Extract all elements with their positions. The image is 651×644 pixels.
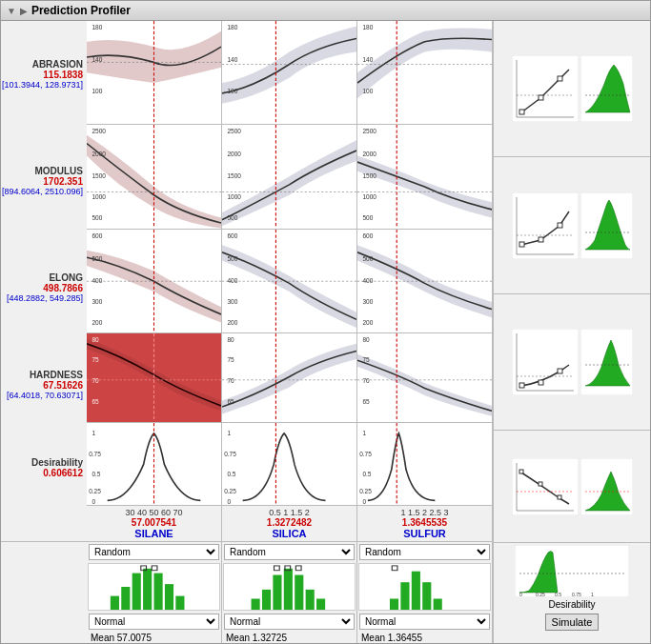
chart-elong-silane[interactable]: 600 500 400 300 200 — [87, 230, 222, 332]
svg-text:0.25: 0.25 — [536, 592, 545, 597]
svg-text:1: 1 — [92, 430, 95, 436]
right-elong-density — [580, 329, 633, 395]
svg-text:1500: 1500 — [227, 173, 241, 180]
right-elong — [494, 294, 650, 431]
chart-abrasion-silane[interactable]: 180 140 100 — [87, 21, 222, 124]
svg-text:2500: 2500 — [362, 128, 376, 134]
svg-rect-98 — [154, 574, 163, 610]
svg-text:0.25: 0.25 — [359, 487, 372, 493]
svg-rect-95 — [121, 587, 130, 610]
profiler-content: ABRASION 115.1838 [101.3944, 128.9731] M… — [1, 21, 650, 643]
x-axis-sulfur: 1 1.5 2 2.5 3 1.3645535 SULFUR — [357, 506, 493, 541]
chart-row-hardness: 80 75 70 65 — [87, 333, 493, 422]
dist-params-silica: Mean 1.32725 SD 0.4 — [222, 632, 356, 643]
svg-text:500: 500 — [227, 254, 237, 261]
svg-text:0: 0 — [519, 592, 522, 597]
dist-type-silane-select[interactable]: Random — [89, 544, 219, 560]
svg-text:180: 180 — [227, 24, 237, 30]
chart-elong-sulfur[interactable]: 600 500 400 300 200 — [357, 230, 493, 332]
right-abrasion — [494, 21, 650, 157]
svg-rect-125 — [558, 76, 562, 81]
window-title: Prediction Profiler — [31, 4, 131, 17]
svg-text:75: 75 — [362, 357, 370, 364]
svg-text:0.5: 0.5 — [227, 471, 235, 477]
svg-text:100: 100 — [92, 88, 102, 94]
svg-rect-105 — [273, 575, 281, 610]
x-axis-spacer — [1, 506, 87, 541]
dist-type-silica-select[interactable]: Random — [224, 544, 355, 560]
svg-rect-114 — [400, 583, 409, 611]
svg-text:140: 140 — [362, 56, 373, 63]
svg-text:180: 180 — [92, 24, 102, 30]
dist-type-sulfur-select[interactable]: Random — [359, 544, 490, 560]
svg-rect-113 — [390, 599, 398, 611]
chart-abrasion-sulfur[interactable]: 180 140 100 — [357, 21, 493, 124]
svg-text:1: 1 — [591, 592, 594, 597]
chart-desirability-silane[interactable]: 1 0.75 0.5 0.25 0 — [87, 423, 222, 506]
right-modulus — [494, 157, 650, 293]
svg-text:1000: 1000 — [92, 194, 106, 201]
chart-hardness-silane[interactable]: 80 75 70 65 — [87, 333, 222, 421]
right-desirability: 0 0.25 0.5 0.75 1 Desirability Simulate — [494, 543, 650, 643]
svg-rect-118 — [392, 566, 397, 571]
dist-hist-silica — [223, 563, 356, 611]
right-hardness-density — [580, 458, 633, 515]
svg-rect-141 — [519, 383, 524, 388]
dist-sulfur: Random — [357, 542, 493, 643]
svg-rect-112 — [295, 566, 301, 571]
simulate-button[interactable]: Simulate — [545, 614, 600, 631]
dist-normal-silane-select[interactable]: Normal — [89, 614, 219, 630]
chart-row-modulus: 2500 2000 1500 1000 500 — [87, 125, 493, 229]
chart-hardness-silica[interactable]: 80 75 70 65 — [222, 333, 357, 421]
svg-text:0.25: 0.25 — [224, 487, 236, 493]
chart-desirability-silica[interactable]: 1 0.75 0.5 0.25 0 — [222, 423, 357, 506]
chart-modulus-silica[interactable]: 2500 2000 1500 1000 500 — [222, 125, 357, 228]
svg-text:0: 0 — [362, 497, 366, 504]
dist-silica: Random — [222, 542, 357, 643]
svg-text:2500: 2500 — [92, 128, 106, 134]
svg-text:200: 200 — [92, 319, 102, 326]
svg-text:140: 140 — [92, 56, 102, 63]
svg-text:500: 500 — [362, 214, 373, 221]
svg-rect-123 — [519, 110, 524, 114]
svg-text:400: 400 — [227, 277, 237, 284]
svg-rect-116 — [422, 583, 431, 611]
svg-rect-146 — [512, 458, 579, 515]
dist-params-sulfur: Mean 1.36455 SD 0.1 — [357, 632, 492, 643]
svg-text:0: 0 — [92, 497, 95, 504]
collapse-icon[interactable]: ▼ — [7, 6, 16, 16]
dist-spacer — [1, 542, 87, 643]
svg-text:2500: 2500 — [227, 128, 241, 134]
dist-hist-sulfur — [358, 563, 491, 611]
chart-modulus-sulfur[interactable]: 2500 2000 1500 1000 500 — [357, 125, 493, 228]
chart-elong-silica[interactable]: 600 500 400 300 200 — [222, 230, 357, 332]
svg-text:100: 100 — [227, 88, 237, 94]
svg-rect-142 — [539, 380, 543, 385]
svg-text:0.75: 0.75 — [359, 450, 372, 456]
right-abrasion-density — [580, 55, 633, 122]
svg-rect-134 — [558, 223, 562, 228]
dist-normal-silica-select[interactable]: Normal — [224, 614, 355, 630]
svg-rect-102 — [152, 566, 157, 571]
svg-text:70: 70 — [362, 377, 370, 384]
svg-rect-133 — [539, 237, 543, 242]
dist-params-silane: Mean 57.0075 SD 4 — [87, 632, 221, 643]
chart-abrasion-silica[interactable]: 180 140 100 — [222, 21, 357, 124]
svg-text:0.75: 0.75 — [224, 450, 236, 456]
dist-normal-sulfur-select[interactable]: Normal — [359, 614, 490, 630]
svg-text:500: 500 — [92, 254, 102, 261]
svg-text:300: 300 — [227, 298, 237, 305]
svg-text:0.75: 0.75 — [89, 450, 101, 456]
chart-desirability-sulfur[interactable]: 1 0.75 0.5 0.25 0 — [357, 423, 493, 506]
svg-text:1500: 1500 — [362, 173, 376, 180]
chart-row-elong: 600 500 400 300 200 — [87, 230, 493, 333]
desirability-density-chart: 0 0.25 0.5 0.75 1 — [515, 545, 629, 597]
chart-hardness-sulfur[interactable]: 80 75 70 65 — [357, 333, 493, 421]
svg-text:1: 1 — [362, 430, 366, 436]
chart-modulus-silane[interactable]: 2500 2000 1500 1000 500 — [87, 125, 222, 228]
prediction-profiler-window: ▼ ▶ Prediction Profiler ABRASION 115.183… — [0, 0, 651, 644]
svg-text:1: 1 — [227, 430, 231, 436]
svg-text:140: 140 — [227, 56, 237, 63]
x-axis-row: 30 40 50 60 70 57.007541 SILANE 0.5 1 1.… — [1, 506, 493, 541]
right-abrasion-line — [512, 55, 579, 122]
